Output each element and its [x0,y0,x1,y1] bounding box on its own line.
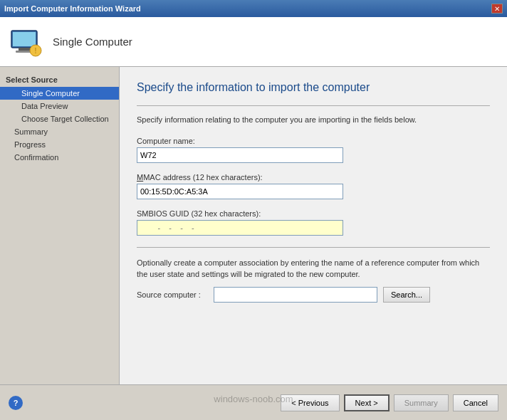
source-computer-label: Source computer : [137,290,208,299]
smbios-label: SMBIOS GUID (32 hex characters): [137,209,490,218]
search-button[interactable]: Search... [383,287,430,303]
footer: ? < Previous Next > Summary Cancel [0,384,507,420]
cancel-button[interactable]: Cancel [453,394,498,411]
window-title: Import Computer Information Wizard [4,4,141,13]
mac-label: MMAC address (12 hex characters): [137,173,490,182]
sidebar: Select Source Single Computer Data Previ… [0,67,120,384]
header-area: ! Single Computer [0,17,507,67]
sidebar-item-progress[interactable]: Progress [0,138,119,151]
sidebar-item-confirmation[interactable]: Confirmation [0,151,119,164]
svg-rect-1 [13,32,36,46]
computer-name-label: Computer name: [137,137,490,145]
help-button[interactable]: ? [9,396,23,410]
sidebar-section-select-source: Select Source [0,73,119,87]
mac-address-input[interactable] [137,184,343,199]
next-button[interactable]: Next > [344,394,390,411]
smbios-input[interactable] [137,220,343,236]
content-description: Specify information relating to the comp… [137,115,490,125]
sidebar-item-data-preview[interactable]: Data Preview [0,100,119,112]
sidebar-item-choose-target[interactable]: Choose Target Collection [0,112,119,125]
header-title: Single Computer [53,36,132,48]
computer-wizard-icon: ! [9,25,43,59]
computer-name-input[interactable] [137,147,343,163]
content-title: Specify the information to import the co… [137,81,490,94]
content-area: Specify the information to import the co… [120,67,507,384]
sidebar-item-summary[interactable]: Summary [0,125,119,138]
window-container: Import Computer Information Wizard ✕ ! S… [0,0,507,420]
association-description: Optionally create a computer association… [137,247,490,280]
computer-name-group: Computer name: [137,137,490,163]
svg-text:!: ! [34,47,36,55]
source-computer-input[interactable] [214,287,377,303]
footer-buttons: < Previous Next > Summary Cancel [281,394,498,411]
footer-left: ? [9,396,23,410]
sidebar-item-single-computer[interactable]: Single Computer [0,87,119,100]
source-computer-row: Source computer : Search... [137,287,490,303]
main-layout: Select Source Single Computer Data Previ… [0,67,507,384]
summary-button[interactable]: Summary [394,394,449,411]
mac-address-group: MMAC address (12 hex characters): [137,173,490,199]
close-button[interactable]: ✕ [491,4,503,14]
divider-top [137,105,490,106]
title-bar: Import Computer Information Wizard ✕ [0,0,507,17]
smbios-group: SMBIOS GUID (32 hex characters): [137,209,490,236]
previous-button[interactable]: < Previous [281,394,339,411]
